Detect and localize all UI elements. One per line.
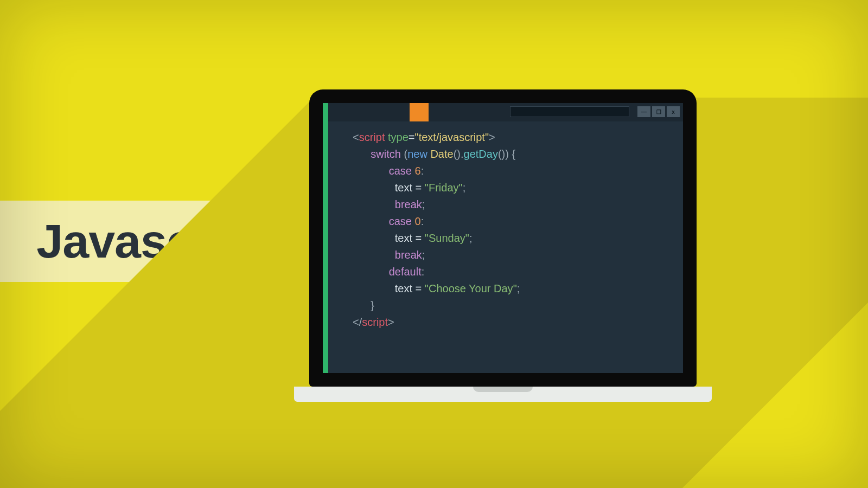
editor-gutter [323,121,328,373]
close-button[interactable]: x [667,106,680,117]
minimize-button[interactable]: — [637,106,650,117]
laptop-bezel: — ❐ x <script type="text/javascript"> sw… [309,89,697,387]
laptop-base [294,387,712,402]
editor-topbar: — ❐ x [323,103,683,121]
tab-marker-active [323,103,328,121]
address-bar[interactable] [510,106,629,117]
tab-marker-modified [410,103,429,121]
maximize-button[interactable]: ❐ [652,106,665,117]
editor-screen: — ❐ x <script type="text/javascript"> sw… [323,103,683,373]
laptop: — ❐ x <script type="text/javascript"> sw… [309,89,727,402]
code-content: <script type="text/javascript"> switch (… [353,129,520,331]
laptop-notch [473,387,533,392]
window-controls: — ❐ x [637,106,680,117]
